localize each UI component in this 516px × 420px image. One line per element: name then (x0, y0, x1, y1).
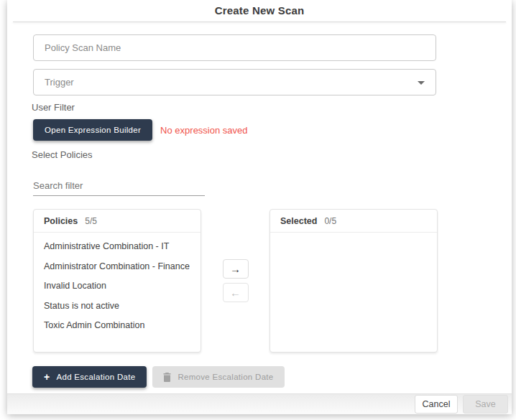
dialog-title: Create New Scan (215, 4, 305, 17)
user-filter-label: User Filter (32, 102, 512, 113)
policy-list-item[interactable]: Invalid Location (34, 276, 201, 296)
selected-panel-count: 0/5 (324, 216, 336, 226)
search-filter-wrap (33, 179, 205, 196)
dialog-header: Create New Scan (7, 0, 512, 22)
policy-list-item[interactable]: Toxic Admin Combination (34, 315, 201, 335)
open-expression-builder-button[interactable]: Open Expression Builder (33, 119, 152, 141)
trash-icon (163, 373, 171, 382)
policy-scan-name-input[interactable] (33, 34, 436, 61)
list-mover-controls: → ← (201, 209, 269, 353)
dialog-footer: Cancel Save (7, 394, 512, 414)
remove-escalation-date-button[interactable]: Remove Escalation Date (152, 366, 284, 388)
policy-dual-list: Policies 5/5 Administrative Combination … (33, 209, 438, 353)
arrow-left-icon: ← (230, 287, 241, 298)
selected-panel-title: Selected (280, 216, 317, 226)
plus-icon: + (44, 371, 50, 383)
expression-row: Open Expression Builder No expression sa… (33, 119, 512, 141)
dialog-content: Trigger User Filter Open Expression Buil… (7, 22, 512, 388)
policies-panel-header: Policies 5/5 (34, 210, 201, 233)
policies-list: Administrative Combination - IT Administ… (34, 233, 201, 335)
policies-panel-count: 5/5 (85, 216, 97, 226)
move-left-button[interactable]: ← (223, 283, 249, 302)
escalation-row: + Add Escalation Date Remove Escalation … (32, 366, 512, 388)
chevron-down-icon (418, 81, 425, 85)
arrow-right-icon: → (230, 263, 241, 274)
expression-status-text: No expression saved (160, 125, 247, 136)
selected-panel-header: Selected 0/5 (270, 210, 437, 233)
policy-list-item[interactable]: Status is not active (34, 296, 201, 316)
policy-list-item[interactable]: Administrative Combination - IT (34, 236, 201, 256)
policy-list-item[interactable]: Administrator Combination - Finance (34, 256, 201, 276)
select-policies-label: Select Policies (32, 149, 512, 160)
remove-escalation-date-label: Remove Escalation Date (178, 373, 273, 381)
trigger-select-label: Trigger (45, 77, 74, 88)
create-scan-dialog: Create New Scan Trigger User Filter Open… (7, 0, 512, 414)
save-button[interactable]: Save (463, 395, 508, 414)
add-escalation-date-label: Add Escalation Date (56, 373, 135, 381)
policies-selected-panel: Selected 0/5 (269, 209, 438, 353)
trigger-select[interactable]: Trigger (33, 69, 436, 95)
selected-list (270, 233, 437, 236)
policies-available-panel: Policies 5/5 Administrative Combination … (33, 209, 201, 353)
cancel-button[interactable]: Cancel (415, 395, 458, 414)
add-escalation-date-button[interactable]: + Add Escalation Date (32, 366, 147, 388)
policies-panel-title: Policies (44, 216, 78, 226)
move-right-button[interactable]: → (223, 259, 249, 279)
search-filter-input[interactable] (33, 180, 205, 196)
